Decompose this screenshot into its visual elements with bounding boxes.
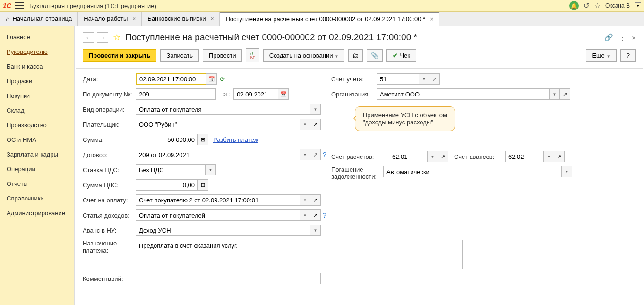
settlement-account-input[interactable] [389, 151, 428, 162]
sidebar-item-warehouse[interactable]: Склад [0, 103, 74, 118]
calendar-icon[interactable]: 📅 [278, 88, 289, 100]
sidebar-item-fixed-assets[interactable]: ОС и НМА [0, 132, 74, 147]
sidebar-item-reports[interactable]: Отчеты [0, 176, 74, 191]
calculator-icon[interactable]: ⊞ [198, 134, 208, 145]
home-icon: ⌂ [6, 15, 9, 23]
open-icon[interactable]: ↗ [310, 149, 321, 160]
sidebar-item-manager[interactable]: Руководителю [0, 44, 74, 59]
sidebar-item-main[interactable]: Главное [0, 30, 74, 44]
invoice-input[interactable] [136, 194, 300, 206]
dropdown-icon[interactable] [544, 151, 554, 162]
org-input[interactable] [377, 88, 550, 100]
vat-rate-input[interactable] [136, 164, 206, 175]
dropdown-icon[interactable] [300, 149, 310, 160]
sum-input[interactable] [136, 134, 198, 145]
window-button[interactable]: ▾ [635, 2, 641, 9]
tab-receipt-document[interactable]: Поступление на расчетный счет 0000-00000… [220, 12, 439, 26]
history-icon[interactable]: ↺ [584, 1, 590, 10]
create-based-on-button[interactable]: Создать на основании [263, 49, 345, 62]
sidebar-item-bank[interactable]: Банк и касса [0, 59, 74, 74]
dropdown-icon[interactable] [206, 164, 216, 175]
favorites-icon[interactable]: ☆ [594, 1, 601, 10]
sidebar-item-payroll[interactable]: Зарплата и кадры [0, 147, 74, 162]
contract-input[interactable] [136, 149, 300, 160]
sidebar-item-catalogs[interactable]: Справочники [0, 191, 74, 206]
open-icon[interactable]: ↗ [429, 73, 440, 85]
close-icon[interactable]: × [132, 16, 136, 22]
purpose-textarea[interactable] [136, 240, 463, 269]
doc-number-input[interactable] [136, 88, 216, 100]
menu-icon[interactable] [15, 2, 24, 9]
debt-repayment-input[interactable] [383, 166, 562, 177]
dropdown-icon[interactable] [428, 151, 438, 162]
calculator-icon[interactable]: ⊞ [198, 179, 208, 191]
tab-label: Начальная страница [12, 15, 72, 22]
dropdown-icon[interactable] [419, 73, 429, 85]
comment-input[interactable] [136, 273, 321, 284]
open-icon[interactable]: ↗ [310, 209, 321, 221]
vat-sum-input[interactable] [136, 179, 198, 191]
payer-input[interactable] [136, 119, 300, 130]
dropdown-icon[interactable] [300, 119, 310, 130]
dropdown-icon[interactable] [300, 194, 310, 206]
bell-icon[interactable]: 🔔 [569, 1, 579, 10]
advance-input[interactable] [136, 225, 310, 236]
invoice-label: Счет на оплату: [83, 197, 136, 204]
dropdown-icon[interactable] [300, 209, 310, 221]
sidebar-item-admin[interactable]: Администрирование [0, 206, 74, 220]
tab-label: Банковские выписки [147, 15, 206, 22]
attach-button[interactable]: 📎 [367, 49, 383, 62]
help-icon[interactable]: ? [323, 211, 326, 219]
comment-label: Комментарий: [83, 275, 136, 282]
more-button[interactable]: Еще [586, 49, 616, 62]
date-input[interactable] [136, 73, 206, 85]
help-button[interactable]: ? [620, 49, 636, 62]
close-icon[interactable]: × [632, 34, 636, 42]
account-input[interactable] [377, 73, 419, 85]
tab-bank-statements[interactable]: Банковские выписки × [142, 12, 220, 26]
operation-type-input[interactable] [136, 104, 310, 115]
tab-start-work[interactable]: Начало работы × [78, 12, 142, 26]
from-date-input[interactable] [233, 88, 278, 100]
app-title: Бухгалтерия предприятия (1С:Предприятие) [29, 2, 569, 9]
back-button[interactable]: ← [83, 32, 94, 43]
dropdown-icon[interactable] [562, 166, 572, 177]
sidebar-item-purchases[interactable]: Покупки [0, 88, 74, 103]
forward-button[interactable]: → [97, 32, 108, 43]
close-icon[interactable]: × [210, 16, 214, 22]
link-icon[interactable]: 🔗 [604, 33, 613, 42]
help-icon[interactable]: ? [323, 151, 326, 158]
purpose-label: Назначениеплатежа: [83, 240, 136, 254]
org-label: Организация: [331, 91, 374, 98]
post-button[interactable]: Провести [203, 49, 242, 62]
open-icon[interactable]: ↗ [310, 119, 321, 130]
open-icon[interactable]: ↗ [560, 88, 570, 100]
open-icon[interactable]: ↗ [554, 151, 565, 162]
income-item-input[interactable] [136, 209, 300, 221]
open-icon[interactable]: ↗ [438, 151, 448, 162]
date-label: Дата: [83, 76, 136, 83]
write-button[interactable]: Записать [160, 49, 199, 62]
dropdown-icon[interactable] [550, 88, 560, 100]
refresh-icon[interactable]: ⟳ [220, 76, 225, 83]
dropdown-icon[interactable] [310, 104, 321, 115]
check-button[interactable]: ✔ Чек [386, 49, 416, 62]
favorite-star-icon[interactable]: ☆ [113, 32, 120, 43]
sidebar-item-sales[interactable]: Продажи [0, 74, 74, 88]
document-title: Поступление на расчетный счет 0000-00000… [125, 32, 417, 43]
close-icon[interactable]: × [430, 16, 433, 23]
check-icon: ✔ [393, 52, 398, 59]
tab-home[interactable]: ⌂ Начальная страница [0, 12, 78, 26]
open-icon[interactable]: ↗ [310, 194, 321, 206]
dropdown-icon[interactable] [310, 225, 321, 236]
post-and-close-button[interactable]: Провести и закрыть [83, 49, 156, 62]
advance-account-input[interactable] [505, 151, 544, 162]
sidebar-item-operations[interactable]: Операции [0, 162, 74, 176]
more-icon[interactable]: ⋮ [619, 33, 626, 42]
calendar-icon[interactable]: 📅 [206, 73, 217, 85]
structure-button[interactable]: 🗂 [348, 49, 363, 62]
split-payment-link[interactable]: Разбить платеж [213, 136, 258, 143]
payer-label: Плательщик: [83, 121, 136, 128]
sidebar-item-production[interactable]: Производство [0, 118, 74, 132]
postings-button[interactable]: ДтКт [246, 48, 259, 62]
